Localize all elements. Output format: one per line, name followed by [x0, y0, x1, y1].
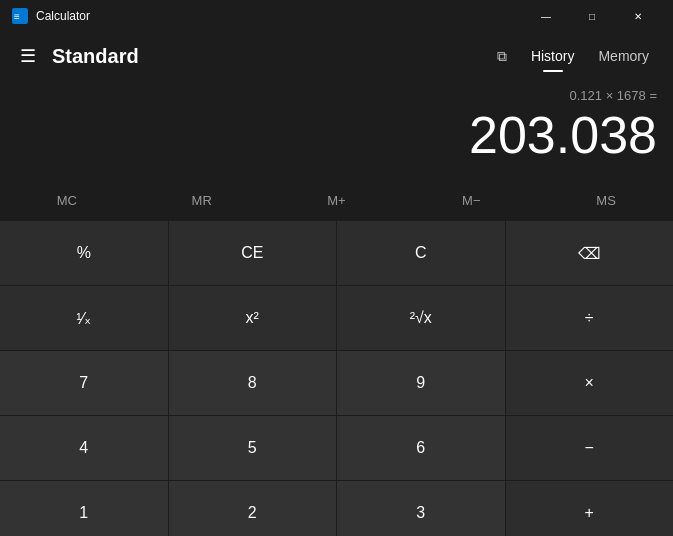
close-button[interactable]: ✕ [615, 0, 661, 32]
nine-button[interactable]: 9 [337, 351, 505, 415]
add-button[interactable]: + [506, 481, 674, 536]
menu-button[interactable]: ☰ [16, 41, 40, 71]
buttons-container: MCMRM+M−MS %CEC⌫¹⁄ₓx²²√x÷789×456−123++/−… [0, 180, 673, 536]
five-button[interactable]: 5 [169, 416, 337, 480]
mr-button[interactable]: MR [135, 180, 269, 220]
app-title: Standard [52, 45, 489, 68]
clear-button[interactable]: C [337, 221, 505, 285]
three-button[interactable]: 3 [337, 481, 505, 536]
m-plus-button[interactable]: M+ [270, 180, 404, 220]
window-controls: — □ ✕ [523, 0, 661, 32]
backspace-button[interactable]: ⌫ [506, 221, 674, 285]
mc-button[interactable]: MC [0, 180, 134, 220]
tab-history[interactable]: History [523, 44, 583, 68]
maximize-button[interactable]: □ [569, 0, 615, 32]
percent-button[interactable]: % [0, 221, 168, 285]
memory-row: MCMRM+M−MS [0, 180, 673, 221]
six-button[interactable]: 6 [337, 416, 505, 480]
compact-mode-button[interactable]: ⧉ [489, 44, 515, 69]
m-minus-button[interactable]: M− [404, 180, 538, 220]
ms-button[interactable]: MS [539, 180, 673, 220]
result-display: 203.038 [16, 107, 657, 164]
app-icon: ≡ [12, 8, 28, 24]
window-title: Calculator [36, 9, 523, 23]
eight-button[interactable]: 8 [169, 351, 337, 415]
title-bar: ≡ Calculator — □ ✕ [0, 0, 673, 32]
subtract-button[interactable]: − [506, 416, 674, 480]
ce-button[interactable]: CE [169, 221, 337, 285]
multiply-button[interactable]: × [506, 351, 674, 415]
two-button[interactable]: 2 [169, 481, 337, 536]
button-grid: %CEC⌫¹⁄ₓx²²√x÷789×456−123++/−0.= [0, 221, 673, 536]
one-button[interactable]: 1 [0, 481, 168, 536]
nav-tabs: History Memory [523, 44, 657, 68]
square-button[interactable]: x² [169, 286, 337, 350]
expression-display: 0.121 × 1678 = [16, 88, 657, 103]
display-area: 0.121 × 1678 = 203.038 [0, 80, 673, 180]
sqrt-button[interactable]: ²√x [337, 286, 505, 350]
tab-memory[interactable]: Memory [590, 44, 657, 68]
divide-button[interactable]: ÷ [506, 286, 674, 350]
minimize-button[interactable]: — [523, 0, 569, 32]
svg-text:≡: ≡ [14, 11, 20, 22]
reciprocal-button[interactable]: ¹⁄ₓ [0, 286, 168, 350]
four-button[interactable]: 4 [0, 416, 168, 480]
seven-button[interactable]: 7 [0, 351, 168, 415]
app-header: ☰ Standard ⧉ History Memory [0, 32, 673, 80]
